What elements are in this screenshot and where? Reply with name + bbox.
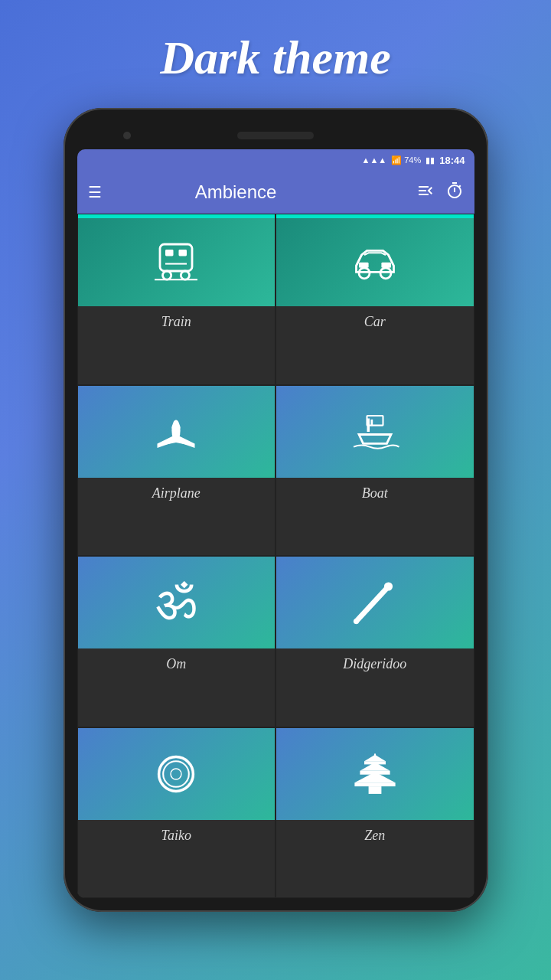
svg-point-21 [171,769,181,779]
phone-screen: ▲▲▲ 📶 74% ▮▮ 18:44 ☰ Ambience [77,149,474,898]
svg-point-5 [181,271,190,279]
status-time: 18:44 [439,155,465,166]
list-item[interactable]: ॐ Om [77,556,276,727]
progress-bar-train [78,214,276,218]
svg-point-20 [163,761,189,787]
progress-bar-car [276,214,474,218]
sound-grid: Train Car [77,214,474,898]
didgeridoo-label: Didgeridoo [343,648,406,680]
phone-speaker [237,132,314,139]
list-item[interactable]: Car [276,214,474,385]
list-item[interactable]: Taiko [77,727,276,899]
boat-label: Boat [362,478,388,509]
train-label: Train [161,306,191,338]
menu-icon[interactable]: ☰ [88,183,102,201]
battery-icon: ▮▮ [425,155,435,165]
svg-rect-28 [354,782,395,786]
svg-point-12 [172,423,181,431]
phone-shell: ▲▲▲ 📶 74% ▮▮ 18:44 ☰ Ambience [64,108,488,912]
svg-point-18 [354,619,359,624]
svg-point-19 [159,756,194,791]
svg-rect-3 [165,263,187,265]
queue-icon[interactable] [416,181,435,204]
airplane-label: Airplane [152,478,201,509]
phone-camera [123,132,131,139]
svg-point-17 [384,582,393,590]
svg-point-4 [163,271,171,279]
battery-percent: 📶 74% [391,155,421,165]
car-label: Car [364,306,386,338]
status-bar: ▲▲▲ 📶 74% ▮▮ 18:44 [77,149,474,171]
svg-rect-2 [179,250,187,256]
om-symbol: ॐ [155,578,197,627]
list-item[interactable]: Boat [276,385,474,557]
svg-rect-15 [370,419,373,425]
svg-rect-1 [165,250,174,256]
app-title: Ambience [114,181,358,203]
taiko-label: Taiko [161,820,191,851]
signal-icon: ▲▲▲ [362,155,387,165]
svg-marker-23 [364,754,386,760]
page-title: Dark theme [160,31,390,85]
app-bar: ☰ Ambience [77,171,474,214]
svg-line-16 [356,586,388,622]
svg-rect-0 [160,244,192,271]
svg-rect-10 [381,263,391,268]
timer-icon[interactable] [445,181,464,204]
list-item[interactable]: Didgeridoo [276,556,474,727]
list-item[interactable]: Airplane [77,385,276,557]
svg-rect-9 [359,263,369,268]
list-item[interactable]: Zen [276,727,474,899]
svg-rect-29 [368,786,381,794]
list-item[interactable]: Train [77,214,276,385]
zen-label: Zen [364,820,385,851]
om-label: Om [166,648,186,680]
